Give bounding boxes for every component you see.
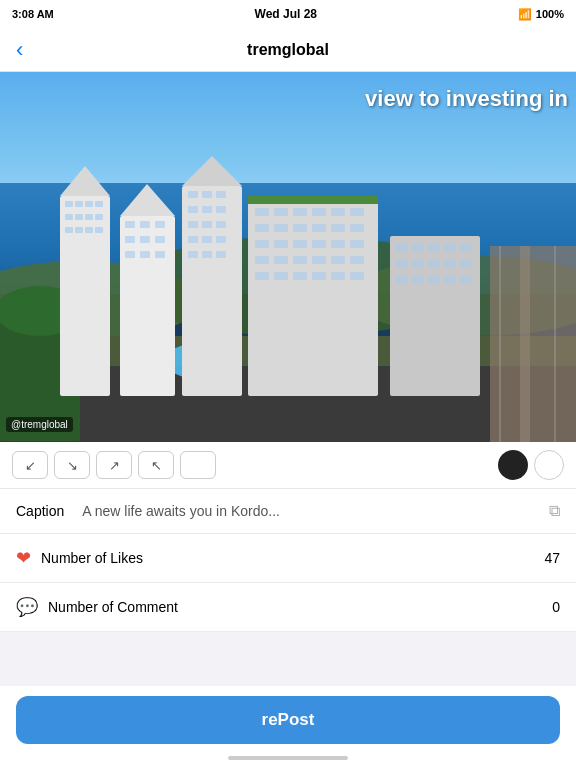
comments-label: Number of Comment [48, 599, 178, 615]
svg-rect-99 [520, 246, 530, 442]
dark-mode-button[interactable] [498, 450, 528, 480]
svg-rect-8 [60, 196, 110, 396]
light-mode-button[interactable] [534, 450, 564, 480]
svg-rect-20 [95, 227, 103, 233]
nav-title: tremglobal [247, 41, 329, 59]
svg-rect-96 [444, 275, 456, 283]
svg-rect-65 [293, 240, 307, 248]
svg-rect-87 [460, 243, 472, 251]
svg-rect-58 [274, 224, 288, 232]
svg-rect-56 [350, 208, 364, 216]
image-controls-bar: ↙ ↘ ↗ ↖ [0, 442, 576, 489]
comments-left: 💬 Number of Comment [16, 596, 178, 618]
mode-controls [498, 450, 564, 480]
caption-label: Caption [16, 503, 64, 519]
svg-rect-24 [125, 221, 135, 228]
post-image: view to investing in @tremglobal [0, 72, 576, 442]
svg-rect-46 [216, 236, 226, 243]
caption-row: Caption A new life awaits you in Kordo..… [0, 489, 576, 534]
svg-rect-42 [202, 221, 212, 228]
svg-rect-80 [350, 272, 364, 280]
svg-rect-83 [396, 243, 408, 251]
repost-button[interactable]: rePost [16, 696, 560, 744]
status-bar: 3:08 AM Wed Jul 28 📶 100% [0, 0, 576, 28]
comments-row: 💬 Number of Comment 0 [0, 583, 576, 632]
svg-rect-73 [331, 256, 345, 264]
svg-rect-95 [428, 275, 440, 283]
svg-rect-84 [412, 243, 424, 251]
svg-rect-77 [293, 272, 307, 280]
caption-left: Caption A new life awaits you in Kordo..… [16, 503, 280, 519]
svg-rect-53 [293, 208, 307, 216]
svg-rect-94 [412, 275, 424, 283]
svg-rect-31 [140, 251, 150, 258]
svg-rect-76 [274, 272, 288, 280]
square-button[interactable] [180, 451, 216, 479]
svg-marker-21 [60, 166, 110, 196]
svg-rect-93 [396, 275, 408, 283]
svg-rect-75 [255, 272, 269, 280]
svg-rect-15 [85, 214, 93, 220]
svg-rect-14 [75, 214, 83, 220]
svg-rect-38 [188, 206, 198, 213]
svg-rect-86 [444, 243, 456, 251]
likes-value: 47 [544, 550, 560, 566]
svg-rect-35 [188, 191, 198, 198]
comment-icon: 💬 [16, 596, 38, 618]
arrow-nw-button[interactable]: ↖ [138, 451, 174, 479]
status-date: Wed Jul 28 [255, 7, 317, 21]
svg-rect-49 [216, 251, 226, 258]
wifi-icon: 📶 [518, 8, 532, 21]
svg-rect-11 [85, 201, 93, 207]
svg-rect-90 [428, 259, 440, 267]
copy-button[interactable]: ⧉ [549, 502, 560, 520]
likes-label: Number of Likes [41, 550, 143, 566]
svg-rect-98 [490, 246, 576, 442]
svg-rect-62 [350, 224, 364, 232]
arrow-se-button[interactable]: ↘ [54, 451, 90, 479]
svg-rect-29 [155, 236, 165, 243]
svg-rect-97 [460, 275, 472, 283]
overlay-text: view to investing in [357, 82, 576, 116]
svg-rect-47 [188, 251, 198, 258]
svg-rect-88 [396, 259, 408, 267]
svg-rect-10 [75, 201, 83, 207]
status-time: 3:08 AM [12, 8, 54, 20]
svg-rect-51 [255, 208, 269, 216]
comments-value: 0 [552, 599, 560, 615]
svg-marker-23 [120, 184, 175, 216]
heart-icon: ❤ [16, 547, 31, 569]
svg-rect-40 [216, 206, 226, 213]
svg-rect-18 [75, 227, 83, 233]
svg-rect-59 [293, 224, 307, 232]
svg-rect-74 [350, 256, 364, 264]
svg-rect-9 [65, 201, 73, 207]
svg-rect-12 [95, 201, 103, 207]
svg-rect-43 [216, 221, 226, 228]
svg-marker-34 [182, 156, 242, 186]
svg-rect-63 [255, 240, 269, 248]
svg-rect-27 [125, 236, 135, 243]
svg-rect-41 [188, 221, 198, 228]
likes-left: ❤ Number of Likes [16, 547, 143, 569]
bottom-area: rePost [0, 686, 576, 768]
svg-rect-66 [312, 240, 326, 248]
svg-rect-32 [155, 251, 165, 258]
crop-controls: ↙ ↘ ↗ ↖ [12, 451, 216, 479]
info-section: Caption A new life awaits you in Kordo..… [0, 489, 576, 632]
svg-rect-67 [331, 240, 345, 248]
arrow-ne-button[interactable]: ↗ [96, 451, 132, 479]
back-button[interactable]: ‹ [16, 37, 23, 63]
svg-rect-26 [155, 221, 165, 228]
svg-rect-17 [65, 227, 73, 233]
svg-rect-70 [274, 256, 288, 264]
svg-rect-36 [202, 191, 212, 198]
svg-rect-39 [202, 206, 212, 213]
svg-rect-54 [312, 208, 326, 216]
svg-rect-19 [85, 227, 93, 233]
scene-svg [0, 146, 576, 442]
svg-rect-33 [182, 186, 242, 396]
arrow-sw-button[interactable]: ↙ [12, 451, 48, 479]
svg-rect-85 [428, 243, 440, 251]
nav-bar: ‹ tremglobal [0, 28, 576, 72]
